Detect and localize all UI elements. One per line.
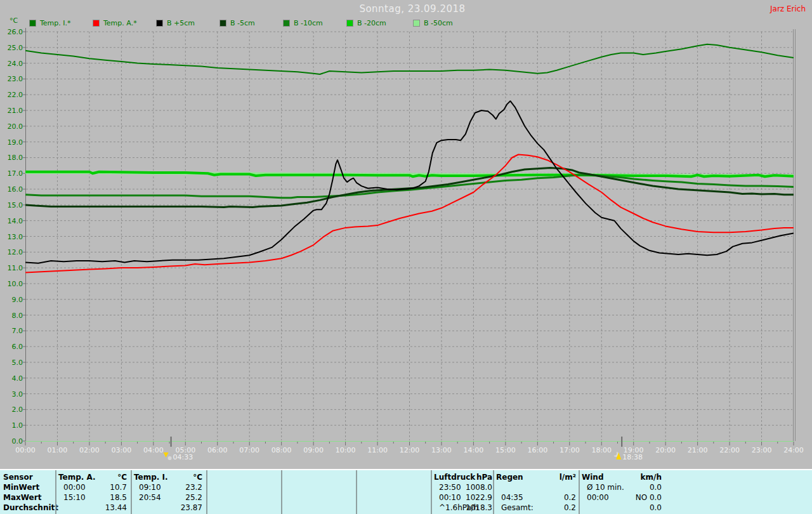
x-tick-label: 08:00 bbox=[272, 446, 292, 454]
x-tick-label: 03:00 bbox=[112, 446, 132, 454]
y-tick-label: 1.0 bbox=[12, 421, 23, 430]
table-cell: 1022.9 bbox=[434, 492, 492, 503]
table-separator bbox=[493, 470, 494, 514]
x-tick-label: 15:00 bbox=[495, 446, 516, 454]
y-tick-label: 0.0 bbox=[12, 437, 23, 445]
row-label: MinWert bbox=[3, 482, 39, 492]
x-tick-label: 01:00 bbox=[48, 446, 68, 454]
col-unit-4: km/h bbox=[582, 472, 662, 482]
x-tick-label: 14:00 bbox=[464, 446, 484, 454]
x-tick-label: 09:00 bbox=[303, 446, 324, 454]
table-cell: 0.0 bbox=[582, 503, 662, 513]
col-unit-1: °C bbox=[134, 472, 202, 482]
y-tick-label: 17.0 bbox=[8, 169, 23, 178]
table-cell: 0.0 bbox=[582, 482, 662, 492]
table-cell: 13.44 bbox=[58, 503, 127, 513]
table-separator bbox=[55, 470, 56, 514]
y-tick-label: 4.0 bbox=[12, 374, 23, 383]
x-tick-label: 20:00 bbox=[655, 446, 676, 454]
table-separator bbox=[431, 470, 432, 514]
sunrise-time-label: 04:33 bbox=[173, 453, 193, 461]
y-tick-label: 19.0 bbox=[8, 138, 23, 147]
x-tick-label: 02:00 bbox=[79, 446, 100, 454]
y-tick-label: 14.0 bbox=[8, 217, 23, 225]
x-tick-label: 10:00 bbox=[336, 446, 356, 454]
chart-axes bbox=[23, 28, 796, 447]
y-tick-label: 2.0 bbox=[12, 405, 23, 414]
y-tick-label: 16.0 bbox=[8, 185, 23, 194]
x-tick-label: 17:00 bbox=[560, 446, 580, 454]
y-tick-label: 21.0 bbox=[8, 107, 23, 115]
y-tick-label: 5.0 bbox=[12, 359, 23, 367]
sun-horizon-icon bbox=[168, 456, 172, 460]
y-tick-label: 10.0 bbox=[8, 280, 23, 288]
weather-logger-window: Sonntag, 23.09.2018 Jarz Erich °C Temp. … bbox=[0, 0, 812, 514]
table-cell: 1008.0 bbox=[434, 482, 492, 492]
moon-shadow bbox=[612, 451, 617, 456]
x-tick-label: 04:00 bbox=[143, 446, 164, 454]
series-line-b--10cm bbox=[25, 175, 794, 198]
x-tick-label: 24:00 bbox=[783, 446, 804, 454]
y-tick-label: 24.0 bbox=[8, 60, 23, 68]
x-tick-label: 11:00 bbox=[367, 446, 388, 454]
y-tick-label: 20.0 bbox=[8, 122, 23, 131]
table-cell: 0.2 bbox=[496, 492, 576, 503]
x-tick-label: 13:00 bbox=[431, 446, 452, 454]
y-tick-label: 23.0 bbox=[8, 75, 23, 83]
y-tick-label: 8.0 bbox=[12, 312, 23, 320]
y-tick-label: 3.0 bbox=[12, 390, 23, 399]
y-tick-label: 13.0 bbox=[8, 233, 23, 241]
chart-plot-area: 0.01.02.03.04.05.06.07.08.09.010.011.012… bbox=[0, 0, 812, 468]
x-tick-label: 12:00 bbox=[400, 446, 420, 454]
x-tick-label: 23:00 bbox=[752, 446, 772, 454]
x-tick-label: 21:00 bbox=[688, 446, 708, 454]
y-tick-label: 25.0 bbox=[8, 44, 23, 52]
y-tick-label: 22.0 bbox=[8, 91, 23, 99]
col-unit-2: hPa bbox=[434, 472, 492, 482]
table-cell: NO 0.0 bbox=[582, 492, 662, 503]
y-tick-label: 11.0 bbox=[8, 264, 23, 272]
table-cell: 23.2 bbox=[134, 482, 202, 492]
summary-table: SensorMinWertMaxWertDurchschnittTemp. A.… bbox=[0, 469, 812, 514]
table-cell: 23.87 bbox=[134, 503, 202, 513]
y-tick-label: 12.0 bbox=[8, 248, 23, 256]
y-tick-label: 9.0 bbox=[12, 296, 23, 304]
table-cell: 1018.3 bbox=[434, 503, 492, 513]
axis-labels: 0.01.02.03.04.05.06.07.08.09.010.011.012… bbox=[8, 28, 804, 454]
table-separator bbox=[206, 470, 207, 514]
table-cell: 0.2 bbox=[496, 503, 576, 513]
table-cell: 18.5 bbox=[58, 492, 127, 503]
y-tick-label: 6.0 bbox=[12, 343, 23, 351]
x-tick-label: 18:00 bbox=[591, 446, 612, 454]
table-cell: 10.7 bbox=[58, 482, 127, 492]
row-label: MaxWert bbox=[3, 492, 41, 503]
col-unit-3: l/m² bbox=[496, 472, 576, 482]
table-separator bbox=[281, 470, 282, 514]
y-tick-label: 15.0 bbox=[8, 201, 23, 209]
x-tick-label: 16:00 bbox=[527, 446, 547, 454]
y-tick-label: 18.0 bbox=[8, 154, 23, 162]
y-tick-label: 7.0 bbox=[12, 327, 23, 335]
sunrise-icon bbox=[164, 452, 169, 458]
sunset-time-label: 18:38 bbox=[622, 453, 643, 461]
table-cell: 25.2 bbox=[134, 492, 202, 503]
col-unit-0: °C bbox=[58, 472, 127, 482]
sunrise-marker: 04:33 bbox=[164, 452, 193, 461]
y-tick-label: 26.0 bbox=[8, 28, 23, 36]
x-tick-label: 06:00 bbox=[207, 446, 228, 454]
table-separator bbox=[356, 470, 357, 514]
x-tick-label: 22:00 bbox=[719, 446, 740, 454]
table-separator bbox=[131, 470, 132, 514]
chart-grid bbox=[26, 32, 792, 440]
x-tick-label: 00:00 bbox=[15, 446, 36, 454]
x-tick-label: 07:00 bbox=[239, 446, 259, 454]
row-label: Sensor bbox=[3, 472, 33, 482]
table-separator bbox=[579, 470, 580, 514]
row-label: Durchschnitt bbox=[3, 503, 58, 513]
